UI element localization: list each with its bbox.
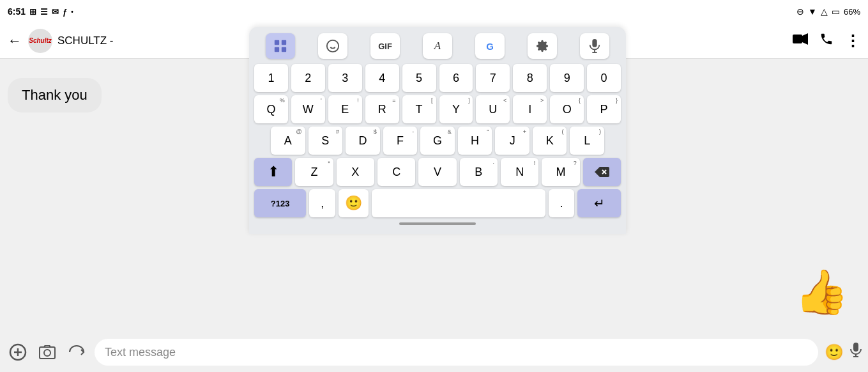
gif-label: GIF	[378, 42, 392, 51]
svg-rect-17	[40, 347, 55, 359]
key-8[interactable]: 8	[513, 64, 547, 92]
svg-rect-4	[275, 47, 279, 52]
key-4[interactable]: 4	[365, 64, 399, 92]
key-3[interactable]: 3	[328, 64, 362, 92]
key-k[interactable]: K(	[533, 127, 567, 155]
backspace-key[interactable]	[583, 158, 621, 186]
period-key[interactable]: .	[549, 189, 575, 217]
svg-point-18	[44, 350, 50, 356]
dot-indicator: •	[71, 8, 73, 15]
qwerty-row: Q% W' E! R= T[ Y] U< I> O{ P}	[254, 95, 621, 123]
shift-key[interactable]: ⬆	[254, 158, 292, 186]
key-d[interactable]: D$	[346, 127, 380, 155]
battery-level: 66%	[844, 7, 860, 17]
comma-key[interactable]: ,	[309, 189, 335, 217]
status-right: ⊖ ▼ △ ▭ 66%	[796, 6, 860, 17]
bottom-row: ?123 , 🙂 . ↵	[254, 189, 621, 217]
key-o[interactable]: O{	[550, 95, 584, 123]
key-h[interactable]: H"	[458, 127, 492, 155]
number-row: 1 2 3 4 5 6 7 8 9 0	[254, 64, 621, 92]
video-call-button[interactable]	[793, 33, 808, 48]
svg-rect-19	[853, 343, 858, 352]
key-9[interactable]: 9	[550, 64, 584, 92]
input-right-icons: 🙂	[825, 343, 862, 362]
key-f[interactable]: F-	[383, 127, 418, 155]
key-l[interactable]: L)	[570, 127, 604, 155]
emoji-input-button[interactable]: 🙂	[825, 343, 844, 361]
key-6[interactable]: 6	[439, 64, 473, 92]
key-c[interactable]: C	[377, 158, 415, 186]
svg-rect-3	[282, 40, 286, 45]
header-actions: ⋮	[793, 32, 860, 50]
svg-rect-2	[275, 40, 279, 45]
more-options-button[interactable]: ⋮	[845, 32, 860, 50]
key-b[interactable]: B·	[460, 158, 498, 186]
key-j[interactable]: J+	[495, 127, 529, 155]
photo-button[interactable]	[36, 341, 59, 364]
home-bar-indicator	[399, 222, 476, 225]
input-placeholder: Text message	[105, 346, 176, 359]
key-1[interactable]: 1	[254, 64, 288, 92]
key-t[interactable]: T[	[402, 95, 436, 123]
chat-icon: ✉	[52, 7, 59, 17]
text-message-input[interactable]: Text message	[95, 339, 818, 366]
voice-call-button[interactable]	[819, 32, 834, 49]
ar-button[interactable]	[65, 341, 88, 364]
notification-icon: ⊞	[29, 7, 36, 17]
key-w[interactable]: W'	[291, 95, 325, 123]
key-s[interactable]: S#	[308, 127, 343, 155]
message-text: Thank you	[22, 87, 88, 103]
key-n[interactable]: N!	[501, 158, 538, 186]
key-m[interactable]: M?	[542, 158, 579, 186]
status-left: 6:51 ⊞ ☰ ✉ ƒ •	[8, 6, 73, 17]
key-g[interactable]: G&	[420, 127, 455, 155]
key-x[interactable]: X	[337, 158, 374, 186]
key-0[interactable]: 0	[587, 64, 621, 92]
gif-button[interactable]: GIF	[370, 33, 400, 59]
sticker-button[interactable]	[318, 33, 347, 59]
key-q[interactable]: Q%	[254, 95, 288, 123]
key-v[interactable]: V	[418, 158, 456, 186]
do-not-disturb-icon: ⊖	[796, 6, 804, 17]
key-p[interactable]: P}	[587, 95, 621, 123]
status-bar: 6:51 ⊞ ☰ ✉ ƒ • ⊖ ▼ △ ▭ 66%	[0, 0, 868, 23]
input-bar: Text message 🙂	[0, 332, 868, 372]
key-y[interactable]: Y]	[439, 95, 473, 123]
key-r[interactable]: R=	[365, 95, 399, 123]
voice-message-button[interactable]	[850, 343, 862, 362]
schultz-logo: Schultz	[29, 37, 52, 44]
keyboard-overlay: GIF A G 1 2 3 4 5 6 7	[249, 27, 626, 234]
autocorrect-icon: A	[434, 40, 441, 52]
emoji-grid-button[interactable]	[266, 33, 295, 59]
key-2[interactable]: 2	[291, 64, 325, 92]
contact-avatar: Schultz	[28, 29, 52, 53]
key-7[interactable]: 7	[476, 64, 510, 92]
key-5[interactable]: 5	[402, 64, 436, 92]
zxcv-row: ⬆ Z* X C V B· N! M?	[254, 158, 621, 186]
translate-button[interactable]: G	[475, 33, 505, 59]
key-z[interactable]: Z*	[295, 158, 333, 186]
svg-point-6	[327, 40, 339, 52]
add-button[interactable]	[6, 341, 29, 364]
keyboard-toolbar: GIF A G	[254, 33, 621, 59]
back-button[interactable]: ←	[8, 33, 22, 49]
space-key[interactable]	[372, 189, 545, 217]
time-display: 6:51	[8, 6, 26, 17]
key-u[interactable]: U<	[476, 95, 510, 123]
svg-marker-1	[802, 33, 808, 45]
wifi-icon: ▼	[808, 6, 817, 17]
svg-rect-0	[793, 35, 802, 43]
settings-button[interactable]	[528, 33, 557, 59]
svg-rect-9	[592, 39, 597, 47]
enter-key[interactable]: ↵	[577, 189, 621, 217]
menu-icon: ☰	[40, 7, 48, 17]
key-i[interactable]: I>	[513, 95, 547, 123]
key-a[interactable]: A@	[271, 127, 305, 155]
voice-input-button[interactable]	[580, 33, 609, 59]
battery-icon: ▭	[832, 6, 840, 17]
emoji-key[interactable]: 🙂	[339, 189, 369, 217]
num-sym-key[interactable]: ?123	[254, 189, 306, 217]
translate-icon: G	[486, 41, 494, 52]
autocorrect-button[interactable]: A	[423, 33, 452, 59]
key-e[interactable]: E!	[328, 95, 362, 123]
